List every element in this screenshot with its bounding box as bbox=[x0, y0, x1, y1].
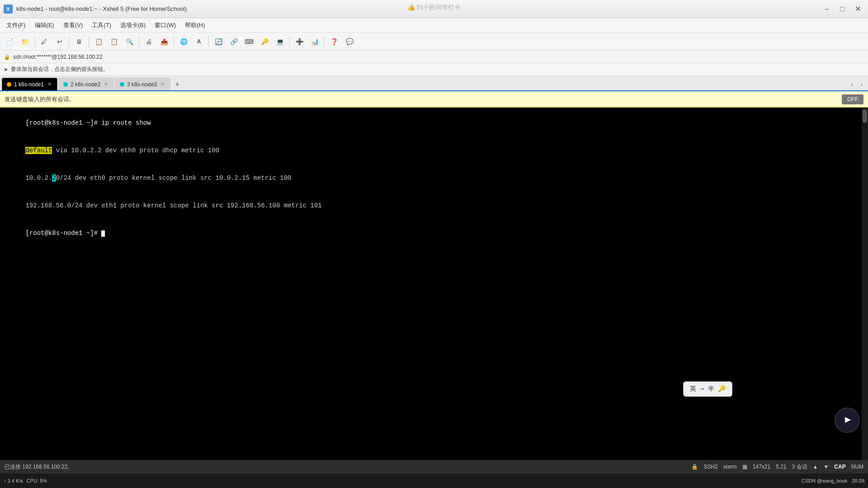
system-bar-right: CSDN @wang_book 20:28 bbox=[802, 478, 864, 483]
tab-close-1[interactable]: ✕ bbox=[47, 81, 52, 87]
status-size: 147x21 bbox=[753, 464, 770, 470]
toolbar-chart[interactable]: 📊 bbox=[308, 35, 321, 48]
ime-popup[interactable]: 英 ⇒ 半 🔑 bbox=[683, 381, 732, 397]
menu-view[interactable]: 查看(V) bbox=[59, 19, 87, 31]
tab-nav-right-btn[interactable]: › bbox=[857, 80, 866, 89]
status-connection: 已连接 192.168.56.100:22。 bbox=[5, 463, 73, 471]
toolbar-print[interactable]: 🖨 bbox=[142, 35, 156, 48]
terminal[interactable]: [root@k8s-node1 ~]# ip route show defaul… bbox=[0, 108, 868, 460]
terminal-line-1-rest: via 10.0.2.2 dev eth0 proto dhcp metric … bbox=[52, 147, 219, 154]
status-nav-up[interactable]: ▲ bbox=[813, 464, 818, 470]
terminal-line-3: 192.168.56.0/24 dev eth1 proto kernel sc… bbox=[3, 192, 865, 220]
terminal-scrollbar[interactable] bbox=[862, 108, 868, 460]
terminal-prompt-2: [root@k8s-node1 ~]# bbox=[25, 230, 101, 237]
toolbar-add[interactable]: ➕ bbox=[292, 35, 306, 48]
tab-indicator-3 bbox=[120, 82, 124, 87]
terminal-line-1: default via 10.0.2.2 dev eth0 proto dhcp… bbox=[3, 137, 865, 164]
terminal-prompt-1: [root@k8s-node1 ~]# bbox=[25, 119, 101, 127]
toolbar-edit[interactable]: 🖊 bbox=[38, 35, 51, 48]
system-bar: ↑ 3.4 K/s CPU: 5% CSDN @wang_book 20:28 bbox=[0, 474, 868, 488]
toolbar-paste[interactable]: 📋 bbox=[107, 35, 121, 48]
broadcast-bar: 发送键盘输入的所有会话。 OFF bbox=[0, 91, 868, 108]
toolbar-sep-1 bbox=[34, 36, 35, 47]
system-attribution: CSDN @wang_book bbox=[802, 478, 848, 483]
session-hint-text: 要添加当前会话，点击左侧的箭头按钮。 bbox=[11, 66, 108, 73]
status-term-type: xterm bbox=[723, 464, 737, 470]
broadcast-off-button[interactable]: OFF bbox=[842, 94, 863, 104]
toolbar-copy[interactable]: 📋 bbox=[92, 35, 105, 48]
toolbar-help[interactable]: ❓ bbox=[327, 35, 341, 48]
toolbar-sep-3 bbox=[89, 36, 89, 47]
scrollbar-thumb[interactable] bbox=[863, 109, 867, 123]
toolbar-keyboard[interactable]: ⌨ bbox=[242, 35, 256, 48]
play-icon: ▶ bbox=[845, 413, 851, 427]
terminal-command-1: ip route show bbox=[101, 119, 151, 127]
ssh-bar: 🔒 ssh://root:*******@192.168.56.100:22 bbox=[0, 51, 868, 63]
terminal-line-command: [root@k8s-node1 ~]# ip route show bbox=[3, 109, 865, 137]
toolbar-chat[interactable]: 💬 bbox=[343, 35, 356, 48]
window-title: k8s-node1 - root@k8s-node1:~ - Xshell 5 … bbox=[16, 5, 820, 12]
menu-help[interactable]: 帮助(H) bbox=[180, 19, 209, 31]
toolbar-new[interactable]: 📄 bbox=[3, 35, 16, 48]
title-bar: X k8s-node1 - root@k8s-node1:~ - Xshell … bbox=[0, 0, 868, 18]
toolbar-link[interactable]: 🔗 bbox=[227, 35, 241, 48]
status-bar: 已连接 192.168.56.100:22。 🔒 SSH2 xterm ▦ 14… bbox=[0, 460, 868, 474]
broadcast-text: 发送键盘输入的所有会话。 bbox=[5, 95, 842, 103]
terminal-cursor bbox=[101, 230, 105, 237]
tab-label-2: 2 k8s-node2 bbox=[71, 81, 100, 88]
status-position: 5,21 bbox=[776, 464, 786, 470]
tab-k8s-node1[interactable]: 1 k8s-node1 ✕ bbox=[2, 78, 57, 90]
toolbar-find[interactable]: 🔍 bbox=[123, 35, 136, 48]
system-cpu: CPU: 5% bbox=[27, 478, 47, 483]
status-sessions: 3 会话 bbox=[792, 463, 807, 471]
toolbar-globe[interactable]: 🌐 bbox=[177, 35, 190, 48]
tab-add-button[interactable]: + bbox=[171, 79, 183, 90]
app-icon: X bbox=[4, 5, 13, 14]
tab-close-3[interactable]: ✕ bbox=[160, 81, 165, 87]
terminal-highlight-ip: 2 bbox=[52, 174, 56, 182]
toolbar-screen[interactable]: 🖥 bbox=[72, 35, 86, 48]
tab-k8s-node3[interactable]: 3 k8s-node3 ✕ bbox=[115, 78, 170, 90]
video-widget[interactable]: ▶ bbox=[835, 408, 860, 433]
close-button[interactable]: ✕ bbox=[851, 4, 864, 14]
status-ssh-type: SSH2 bbox=[703, 464, 717, 470]
toolbar-font[interactable]: A bbox=[192, 35, 206, 48]
system-time: 20:28 bbox=[852, 478, 864, 483]
menu-bar: 文件(F) 编辑(E) 查看(V) 工具(T) 选项卡(B) 窗口(W) 帮助(… bbox=[0, 18, 868, 33]
tab-indicator-2 bbox=[63, 82, 68, 87]
toolbar-sep-4 bbox=[139, 36, 139, 47]
toolbar-open[interactable]: 📁 bbox=[18, 35, 32, 48]
toolbar-key[interactable]: 🔑 bbox=[258, 35, 271, 48]
menu-edit[interactable]: 编辑(E) bbox=[30, 19, 59, 31]
menu-window[interactable]: 窗口(W) bbox=[150, 19, 180, 31]
status-connection-text: 已连接 192.168.56.100:22。 bbox=[5, 463, 73, 471]
toolbar-monitor[interactable]: 💻 bbox=[273, 35, 287, 48]
menu-tools[interactable]: 工具(T) bbox=[87, 19, 116, 31]
status-nav-down[interactable]: ▼ bbox=[823, 464, 829, 470]
toolbar-upload[interactable]: 📤 bbox=[157, 35, 171, 48]
toolbar-sep-2 bbox=[69, 36, 70, 47]
window-controls: – □ ✕ bbox=[820, 4, 864, 14]
menu-tabs[interactable]: 选项卡(B) bbox=[116, 19, 150, 31]
system-speed: ↑ 3.4 K/s bbox=[4, 478, 23, 483]
maximize-button[interactable]: □ bbox=[835, 4, 849, 14]
minimize-button[interactable]: – bbox=[820, 4, 834, 14]
terminal-line-2-before: 10.0.2. bbox=[25, 174, 52, 182]
status-right: 🔒 SSH2 xterm ▦ 147x21 5,21 3 会话 ▲ ▼ CAP … bbox=[691, 463, 863, 471]
toolbar-refresh[interactable]: 🔄 bbox=[212, 35, 225, 48]
tab-indicator-1 bbox=[7, 82, 11, 87]
arrow-icon: ➤ bbox=[4, 66, 8, 73]
terminal-highlight-default: default bbox=[25, 147, 52, 154]
toolbar-sep-7 bbox=[289, 36, 290, 47]
tab-nav-left[interactable]: ‹ bbox=[847, 80, 856, 89]
toolbar-undo[interactable]: ↩ bbox=[53, 35, 66, 48]
tab-label-1: 1 k8s-node1 bbox=[14, 81, 44, 88]
status-ssh-icon: 🔒 bbox=[691, 464, 698, 470]
main-content: [root@k8s-node1 ~]# ip route show defaul… bbox=[0, 108, 868, 460]
toolbar-sep-6 bbox=[208, 36, 209, 47]
terminal-line-3-text: 192.168.56.0/24 dev eth1 proto kernel sc… bbox=[25, 202, 321, 209]
tab-k8s-node2[interactable]: 2 k8s-node2 ✕ bbox=[58, 78, 114, 90]
terminal-line-prompt: [root@k8s-node1 ~]# bbox=[3, 220, 865, 247]
menu-file[interactable]: 文件(F) bbox=[2, 19, 30, 31]
tab-close-2[interactable]: ✕ bbox=[103, 81, 109, 87]
